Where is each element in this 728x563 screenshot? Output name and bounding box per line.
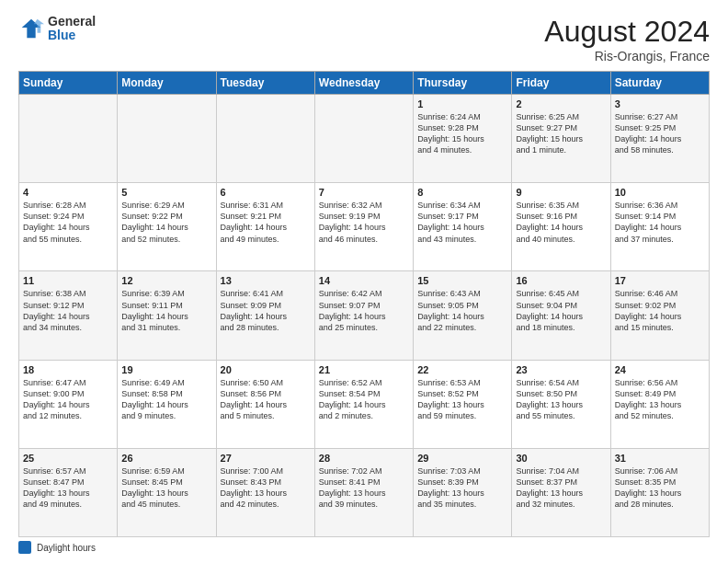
weekday-friday: Friday — [512, 72, 610, 95]
day-info: Sunrise: 6:24 AM Sunset: 9:28 PM Dayligh… — [417, 111, 507, 156]
day-number: 1 — [417, 98, 507, 109]
day-number: 19 — [121, 364, 211, 375]
page: General Blue August 2024 Ris-Orangis, Fr… — [0, 0, 728, 563]
day-cell: 10Sunrise: 6:36 AM Sunset: 9:14 PM Dayli… — [610, 183, 709, 271]
day-info: Sunrise: 6:25 AM Sunset: 9:27 PM Dayligh… — [516, 111, 606, 156]
day-cell: 28Sunrise: 7:02 AM Sunset: 8:41 PM Dayli… — [314, 448, 413, 536]
day-number: 27 — [221, 453, 311, 464]
day-info: Sunrise: 7:02 AM Sunset: 8:41 PM Dayligh… — [319, 465, 409, 511]
day-info: Sunrise: 6:56 AM Sunset: 8:49 PM Dayligh… — [615, 377, 705, 422]
day-info: Sunrise: 6:59 AM Sunset: 8:45 PM Dayligh… — [121, 465, 211, 511]
day-number: 20 — [221, 364, 311, 375]
weekday-thursday: Thursday — [414, 72, 512, 95]
logo-general: General — [48, 15, 96, 29]
calendar-header: SundayMondayTuesdayWednesdayThursdayFrid… — [19, 72, 710, 95]
day-cell: 20Sunrise: 6:50 AM Sunset: 8:56 PM Dayli… — [216, 360, 314, 448]
logo-blue: Blue — [48, 29, 96, 42]
logo-icon — [18, 16, 44, 41]
day-info: Sunrise: 6:43 AM Sunset: 9:05 PM Dayligh… — [417, 288, 507, 333]
day-number: 18 — [23, 364, 113, 375]
day-number: 7 — [319, 187, 409, 198]
day-cell — [314, 95, 413, 183]
day-info: Sunrise: 6:46 AM Sunset: 9:02 PM Dayligh… — [615, 288, 705, 333]
calendar-body: 1Sunrise: 6:24 AM Sunset: 9:28 PM Daylig… — [19, 95, 710, 537]
day-number: 14 — [319, 275, 409, 286]
day-cell: 17Sunrise: 6:46 AM Sunset: 9:02 PM Dayli… — [610, 271, 709, 360]
day-cell: 22Sunrise: 6:53 AM Sunset: 8:52 PM Dayli… — [414, 360, 512, 448]
day-info: Sunrise: 6:50 AM Sunset: 8:56 PM Dayligh… — [221, 377, 311, 422]
day-info: Sunrise: 6:36 AM Sunset: 9:14 PM Dayligh… — [615, 200, 705, 245]
day-info: Sunrise: 6:47 AM Sunset: 9:00 PM Dayligh… — [23, 377, 113, 422]
day-number: 25 — [23, 453, 113, 464]
day-cell — [19, 95, 118, 183]
title-block: August 2024 Ris-Orangis, France — [544, 15, 710, 63]
month-year: August 2024 — [544, 15, 710, 49]
day-info: Sunrise: 6:42 AM Sunset: 9:07 PM Dayligh… — [319, 288, 409, 333]
day-number: 29 — [417, 453, 507, 464]
week-row-5: 25Sunrise: 6:57 AM Sunset: 8:47 PM Dayli… — [19, 448, 710, 536]
day-number: 13 — [221, 275, 311, 286]
day-cell: 23Sunrise: 6:54 AM Sunset: 8:50 PM Dayli… — [512, 360, 610, 448]
week-row-4: 18Sunrise: 6:47 AM Sunset: 9:00 PM Dayli… — [19, 360, 710, 448]
day-cell: 29Sunrise: 7:03 AM Sunset: 8:39 PM Dayli… — [414, 448, 512, 536]
logo: General Blue — [18, 15, 96, 43]
day-cell: 12Sunrise: 6:39 AM Sunset: 9:11 PM Dayli… — [118, 271, 216, 360]
day-number: 11 — [23, 275, 113, 286]
footer-label: Daylight hours — [37, 543, 96, 553]
day-info: Sunrise: 6:49 AM Sunset: 8:58 PM Dayligh… — [121, 377, 211, 422]
day-number: 9 — [516, 187, 606, 198]
day-cell — [216, 95, 314, 183]
day-number: 28 — [319, 453, 409, 464]
day-info: Sunrise: 6:35 AM Sunset: 9:16 PM Dayligh… — [516, 200, 606, 245]
day-cell: 4Sunrise: 6:28 AM Sunset: 9:24 PM Daylig… — [19, 183, 118, 271]
day-info: Sunrise: 6:53 AM Sunset: 8:52 PM Dayligh… — [417, 377, 507, 422]
day-cell: 11Sunrise: 6:38 AM Sunset: 9:12 PM Dayli… — [19, 271, 118, 360]
day-info: Sunrise: 6:57 AM Sunset: 8:47 PM Dayligh… — [23, 465, 113, 511]
day-cell: 18Sunrise: 6:47 AM Sunset: 9:00 PM Dayli… — [19, 360, 118, 448]
day-cell: 3Sunrise: 6:27 AM Sunset: 9:25 PM Daylig… — [610, 95, 709, 183]
day-cell: 13Sunrise: 6:41 AM Sunset: 9:09 PM Dayli… — [216, 271, 314, 360]
day-cell: 7Sunrise: 6:32 AM Sunset: 9:19 PM Daylig… — [314, 183, 413, 271]
weekday-wednesday: Wednesday — [314, 72, 413, 95]
day-cell: 26Sunrise: 6:59 AM Sunset: 8:45 PM Dayli… — [118, 448, 216, 536]
calendar-table: SundayMondayTuesdayWednesdayThursdayFrid… — [18, 71, 710, 537]
day-number: 24 — [615, 364, 705, 375]
day-cell: 6Sunrise: 6:31 AM Sunset: 9:21 PM Daylig… — [216, 183, 314, 271]
weekday-row: SundayMondayTuesdayWednesdayThursdayFrid… — [19, 72, 710, 95]
day-number: 17 — [615, 275, 705, 286]
week-row-1: 1Sunrise: 6:24 AM Sunset: 9:28 PM Daylig… — [19, 95, 710, 183]
day-cell: 19Sunrise: 6:49 AM Sunset: 8:58 PM Dayli… — [118, 360, 216, 448]
day-number: 31 — [615, 453, 705, 464]
day-cell: 31Sunrise: 7:06 AM Sunset: 8:35 PM Dayli… — [610, 448, 709, 536]
day-number: 5 — [121, 187, 211, 198]
daylight-icon — [18, 541, 31, 554]
footer: Daylight hours — [18, 541, 710, 554]
day-cell: 16Sunrise: 6:45 AM Sunset: 9:04 PM Dayli… — [512, 271, 610, 360]
day-number: 4 — [23, 187, 113, 198]
week-row-2: 4Sunrise: 6:28 AM Sunset: 9:24 PM Daylig… — [19, 183, 710, 271]
day-info: Sunrise: 6:38 AM Sunset: 9:12 PM Dayligh… — [23, 288, 113, 333]
day-number: 30 — [516, 453, 606, 464]
day-number: 16 — [516, 275, 606, 286]
weekday-monday: Monday — [118, 72, 216, 95]
day-cell: 14Sunrise: 6:42 AM Sunset: 9:07 PM Dayli… — [314, 271, 413, 360]
header: General Blue August 2024 Ris-Orangis, Fr… — [18, 15, 710, 63]
day-number: 12 — [121, 275, 211, 286]
day-info: Sunrise: 6:32 AM Sunset: 9:19 PM Dayligh… — [319, 200, 409, 245]
weekday-sunday: Sunday — [19, 72, 118, 95]
day-info: Sunrise: 6:27 AM Sunset: 9:25 PM Dayligh… — [615, 111, 705, 156]
day-number: 3 — [615, 98, 705, 109]
day-info: Sunrise: 6:52 AM Sunset: 8:54 PM Dayligh… — [319, 377, 409, 422]
day-info: Sunrise: 6:41 AM Sunset: 9:09 PM Dayligh… — [221, 288, 311, 333]
day-info: Sunrise: 6:28 AM Sunset: 9:24 PM Dayligh… — [23, 200, 113, 245]
day-number: 2 — [516, 98, 606, 109]
day-number: 8 — [417, 187, 507, 198]
day-info: Sunrise: 6:39 AM Sunset: 9:11 PM Dayligh… — [121, 288, 211, 333]
day-info: Sunrise: 7:00 AM Sunset: 8:43 PM Dayligh… — [221, 465, 311, 511]
day-cell: 2Sunrise: 6:25 AM Sunset: 9:27 PM Daylig… — [512, 95, 610, 183]
day-info: Sunrise: 6:31 AM Sunset: 9:21 PM Dayligh… — [221, 200, 311, 245]
day-cell: 27Sunrise: 7:00 AM Sunset: 8:43 PM Dayli… — [216, 448, 314, 536]
day-number: 23 — [516, 364, 606, 375]
weekday-tuesday: Tuesday — [216, 72, 314, 95]
week-row-3: 11Sunrise: 6:38 AM Sunset: 9:12 PM Dayli… — [19, 271, 710, 360]
